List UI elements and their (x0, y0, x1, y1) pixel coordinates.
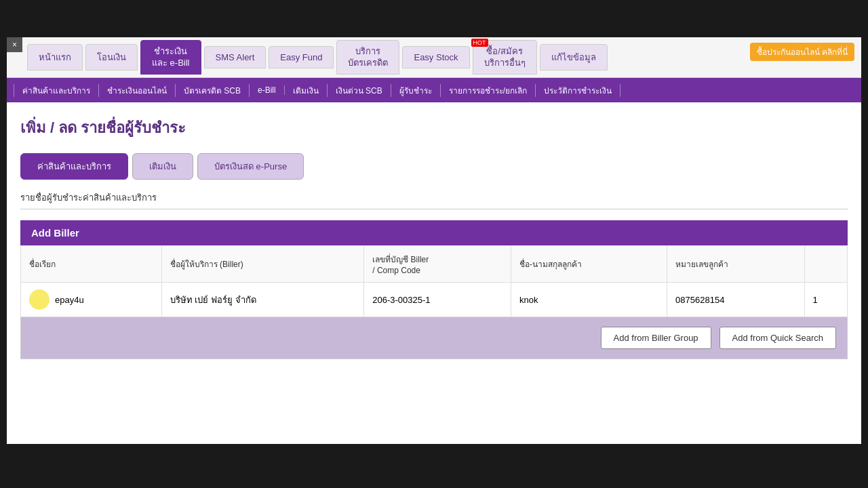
cell-col6: 1 (804, 283, 847, 317)
col-biller-name: ชื่อผู้ให้บริการ (Biller) (161, 246, 364, 283)
page-title: เพิ่ม / ลด รายชื่อผู้รับชำระ (20, 116, 848, 140)
tab-epurse[interactable]: บัตรเงินสด e-Purse (197, 153, 304, 180)
tab-editinfo[interactable]: แก้ไขข้อมูล (540, 44, 608, 70)
nav-tabs: หน้าแรก โอนเงิน ชำระเงินและ e-Bill SMS A… (27, 40, 608, 75)
col-customer-name: ชื่อ-นามสกุลลูกค้า (511, 246, 667, 283)
biller-table: ชื่อเรียก ชื่อผู้ให้บริการ (Biller) เลขท… (20, 245, 848, 317)
subnav-goods[interactable]: ค่าสินค้าและบริการ (14, 84, 99, 97)
add-biller-group-button[interactable]: Add from Biller Group (601, 327, 711, 349)
subnav-pending[interactable]: รายการรอชำระ/ยกเลิก (441, 84, 536, 97)
tab-transfer[interactable]: โอนเงิน (85, 44, 138, 70)
tab-home[interactable]: หน้าแรก (27, 44, 83, 70)
col-account: เลขที่บัญชี Biller/ Comp Code (364, 246, 511, 283)
tab-buyservice-wrapper: HOT ซื้อ/สมัครบริการอื่นๆ (473, 40, 537, 75)
tab-description: รายชื่อผู้รับชำระค่าสินค้าและบริการ (20, 186, 848, 209)
add-biller-header: Add Biller (20, 220, 848, 245)
alias-icon (29, 289, 50, 310)
top-nav: × หน้าแรก โอนเงิน ชำระเงินและ e-Bill SMS… (7, 37, 861, 78)
tab-creditcard[interactable]: บริการบัตรเครดิต (336, 40, 399, 75)
tab-goods-services[interactable]: ค่าสินค้าและบริการ (20, 153, 128, 180)
content-tabs: ค่าสินค้าและบริการ เติมเงิน บัตรเงินสด e… (20, 153, 848, 180)
col-extra (804, 246, 847, 283)
cell-account: 206-3-00325-1 (364, 283, 511, 317)
cell-customer-number: 0875628154 (667, 283, 805, 317)
tab-topup[interactable]: เติมเงิน (132, 153, 193, 180)
subnav-recipient[interactable]: ผู้รับชำระ (391, 84, 441, 97)
cell-customer-name: knok (511, 283, 667, 317)
tab-easyfund[interactable]: Easy Fund (269, 46, 334, 68)
alias-container: epay4u (29, 289, 153, 310)
tab-bill[interactable]: ชำระเงินและ e-Bill (140, 40, 201, 75)
cell-alias: epay4u (21, 283, 162, 317)
page-content: เพิ่ม / ลด รายชื่อผู้รับชำระ ค่าสินค้าแล… (7, 102, 861, 373)
tab-easystock[interactable]: Easy Stock (402, 46, 469, 68)
subnav-ebill[interactable]: e-Bill (250, 85, 285, 95)
action-row: Add from Biller Group Add from Quick Sea… (20, 317, 848, 359)
col-customer-number: หมายเลขลูกค้า (667, 246, 805, 283)
subnav-credit[interactable]: บัตรเครดิต SCB (176, 84, 250, 97)
subnav-online[interactable]: ชำระเงินออนไลน์ (99, 84, 176, 97)
cell-biller-name: บริษัท เปย์ ฟอร์ยู จำกัด (161, 283, 364, 317)
online-buy-badge[interactable]: ซื้อประกันออนไลน์ คลิกที่นี่ (750, 43, 854, 61)
subnav-topup[interactable]: เติมเงิน (285, 84, 328, 97)
alias-text: epay4u (55, 295, 84, 305)
add-quick-search-button[interactable]: Add from Quick Search (719, 327, 836, 349)
subnav-quickloan[interactable]: เงินด่วน SCB (328, 84, 391, 97)
table-row: epay4u บริษัท เปย์ ฟอร์ยู จำกัด 206-3-00… (21, 283, 848, 317)
subnav-history[interactable]: ประวัติการชำระเงิน (536, 84, 620, 97)
sub-nav: ค่าสินค้าและบริการ ชำระเงินออนไลน์ บัตรเ… (7, 78, 861, 102)
close-button[interactable]: × (7, 37, 22, 52)
col-alias: ชื่อเรียก (21, 246, 162, 283)
tab-sms[interactable]: SMS Alert (204, 46, 267, 68)
hot-badge: HOT (471, 39, 488, 47)
table-header-row: ชื่อเรียก ชื่อผู้ให้บริการ (Biller) เลขท… (21, 246, 848, 283)
